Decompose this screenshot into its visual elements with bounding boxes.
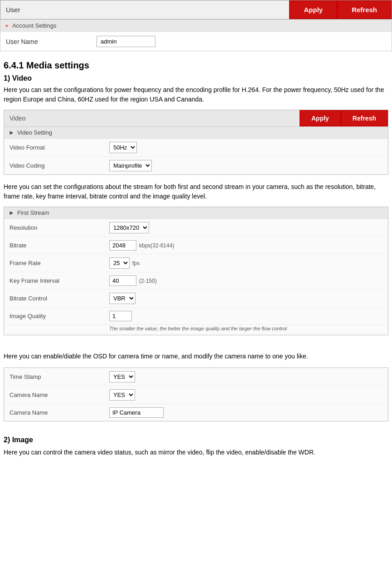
camera-name-toggle-label: Camera Name	[10, 392, 109, 398]
bottom-content: Here you can enable/diable the OSD for c…	[0, 352, 392, 473]
video-coding-select[interactable]: Mainprofile Baseline	[109, 160, 152, 171]
top-refresh-button[interactable]: Refresh	[337, 0, 392, 19]
top-apply-button[interactable]: Apply	[289, 0, 337, 19]
camera-name-toggle-control: YES NO	[109, 389, 135, 401]
first-stream-panel: ► First Stream Resolution 1280x720 640x4…	[4, 207, 388, 335]
camera-name-text-control	[109, 407, 164, 418]
paragraph-osd-intro: Here you can enable/diable the OSD for c…	[4, 352, 388, 361]
timestamp-row: Time Stamp YES NO	[4, 368, 388, 386]
subheading-video: 1) Video	[4, 74, 388, 82]
user-section: ► Account Settings User Name	[0, 19, 392, 51]
camera-name-text-row: Camera Name	[4, 404, 388, 421]
bitrate-row: Bitrate kbps(32-6144)	[4, 237, 388, 254]
bitrate-control-row: Bitrate Control VBR CBR	[4, 290, 388, 308]
camera-name-toggle-row: Camera Name YES NO	[4, 386, 388, 404]
video-format-select[interactable]: 50Hz 60Hz	[109, 142, 137, 153]
camera-name-input[interactable]	[109, 407, 164, 418]
top-panel: User Apply Refresh	[0, 0, 392, 19]
image-quality-label: Image Quality	[10, 313, 109, 319]
resolution-select[interactable]: 1280x720 640x480	[109, 222, 149, 233]
image-quality-input[interactable]	[109, 311, 132, 321]
framerate-control: 25 30 15 fps	[109, 257, 140, 269]
resolution-control: 1280x720 640x480	[109, 222, 149, 233]
video-panel-title: Video	[4, 110, 300, 126]
subheading-image: 2) Image	[4, 436, 388, 444]
paragraph-stream-intro: Here you can set the configurations abou…	[4, 182, 388, 201]
bitrate-label: Bitrate	[10, 242, 109, 249]
main-heading: 6.4.1 Media settings	[4, 60, 388, 71]
timestamp-control: YES NO	[109, 371, 135, 382]
video-panel-header: Video Apply Refresh	[4, 110, 388, 127]
video-triangle-icon: ►	[9, 129, 15, 136]
username-label: User Name	[6, 38, 97, 45]
bitrate-control-label: Bitrate Control	[10, 295, 109, 302]
keyframe-label: Key Frame Interval	[10, 277, 109, 284]
video-format-control: 50Hz 60Hz	[109, 142, 137, 153]
osd-panel: Time Stamp YES NO Camera Name YES NO Cam…	[4, 367, 388, 421]
top-panel-buttons: Apply Refresh	[289, 0, 392, 19]
keyframe-input[interactable]	[109, 276, 136, 286]
bitrate-input[interactable]	[109, 240, 136, 251]
username-value	[97, 36, 155, 47]
framerate-row: Frame Rate 25 30 15 fps	[4, 254, 388, 272]
bitrate-unit: kbps(32-6144)	[139, 242, 174, 249]
framerate-select[interactable]: 25 30 15	[109, 257, 130, 269]
top-panel-label: User	[0, 0, 289, 19]
username-input[interactable]	[97, 36, 155, 47]
account-settings-header: ► Account Settings	[0, 19, 392, 32]
video-format-row: Video Format 50Hz 60Hz	[4, 139, 388, 157]
main-content: 6.4.1 Media settings 1) Video Here you c…	[0, 51, 392, 352]
video-setting-label: Video Setting	[17, 129, 52, 136]
resolution-row: Resolution 1280x720 640x480	[4, 219, 388, 237]
image-quality-row: Image Quality	[4, 308, 388, 325]
bitrate-control: kbps(32-6144)	[109, 240, 174, 251]
first-stream-triangle-icon: ►	[9, 209, 15, 216]
framerate-label: Frame Rate	[10, 260, 109, 266]
video-format-label: Video Format	[10, 144, 109, 151]
paragraph-video-intro: Here you can set the configurations for …	[4, 85, 388, 104]
camera-name-toggle-select[interactable]: YES NO	[109, 389, 135, 401]
image-quality-control	[109, 311, 132, 321]
video-panel-buttons: Apply Refresh	[300, 110, 388, 126]
camera-name-text-label: Camera Name	[10, 409, 109, 416]
image-quality-hint: The smaller the value, the better the im…	[4, 325, 388, 335]
video-refresh-button[interactable]: Refresh	[341, 110, 388, 126]
video-setting-header: ► Video Setting	[4, 127, 388, 139]
account-settings-label: Account Settings	[12, 22, 57, 29]
timestamp-select[interactable]: YES NO	[109, 371, 135, 382]
video-coding-label: Video Coding	[10, 162, 109, 169]
video-coding-row: Video Coding Mainprofile Baseline	[4, 157, 388, 174]
video-panel: Video Apply Refresh ► Video Setting Vide…	[4, 110, 388, 175]
video-coding-control: Mainprofile Baseline	[109, 160, 152, 171]
timestamp-label: Time Stamp	[10, 373, 109, 380]
keyframe-row: Key Frame Interval (2-150)	[4, 272, 388, 290]
resolution-label: Resolution	[10, 224, 109, 231]
first-stream-header: ► First Stream	[4, 207, 388, 219]
paragraph-image-intro: Here you can control the camera video st…	[4, 448, 388, 457]
first-stream-label: First Stream	[17, 209, 49, 216]
triangle-icon: ►	[5, 23, 10, 28]
keyframe-unit: (2-150)	[139, 278, 157, 284]
bitrate-control-select[interactable]: VBR CBR	[109, 293, 136, 304]
framerate-unit: fps	[132, 260, 140, 266]
video-apply-button[interactable]: Apply	[300, 110, 341, 126]
username-row: User Name	[0, 32, 392, 51]
keyframe-control: (2-150)	[109, 276, 157, 286]
bitrate-control-control: VBR CBR	[109, 293, 136, 304]
